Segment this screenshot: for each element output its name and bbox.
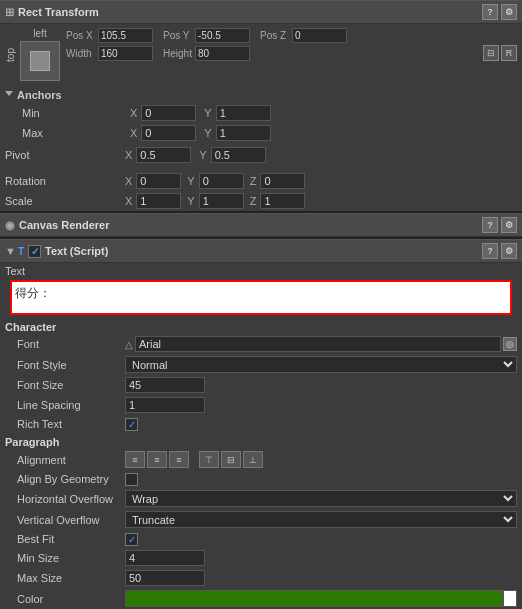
rt-r-btn[interactable]: R	[501, 45, 517, 61]
align-by-geometry-checkbox[interactable]	[125, 473, 138, 486]
v-overflow-row: Vertical Overflow Truncate	[0, 509, 522, 530]
color-alpha[interactable]	[503, 590, 517, 607]
font-icon: △	[125, 339, 133, 350]
scale-label: Scale	[5, 195, 125, 207]
rt-btn-group: ⊟ R	[483, 45, 517, 61]
scale-y-input[interactable]	[199, 193, 244, 209]
h-overflow-label: Horizontal Overflow	[5, 493, 125, 505]
anchors-header[interactable]: Anchors	[5, 87, 517, 103]
alignment-label: Alignment	[5, 454, 125, 466]
text-script-gear-btn[interactable]: ⚙	[501, 243, 517, 259]
rect-transform-panel: top left Pos X Pos Y P	[0, 24, 522, 211]
rich-text-checkbox[interactable]	[125, 418, 138, 431]
rot-x-label: X	[125, 175, 132, 187]
canvas-renderer-gear-btn[interactable]: ⚙	[501, 217, 517, 233]
line-spacing-input[interactable]	[125, 397, 205, 413]
v-overflow-label: Vertical Overflow	[5, 514, 125, 526]
anchors-max-x-label: X	[130, 127, 137, 139]
rot-y-input[interactable]	[199, 173, 244, 189]
anchors-min-x-input[interactable]	[141, 105, 196, 121]
rt-anchor-box[interactable]	[20, 41, 60, 81]
pivot-y-label: Y	[199, 149, 206, 161]
rot-x-input[interactable]	[136, 173, 181, 189]
width-group: Width	[66, 46, 153, 61]
text-script-section: ▼ T Text (Script) ? ⚙ Text 得分： Character…	[0, 237, 522, 609]
align-center-btn[interactable]: ≡	[147, 451, 167, 468]
anchors-min-label: Min	[10, 107, 130, 119]
scale-z-input[interactable]	[260, 193, 305, 209]
anchors-max-fields: X Y	[130, 125, 271, 141]
canvas-renderer-info-btn[interactable]: ?	[482, 217, 498, 233]
alignment-buttons: ≡ ≡ ≡ ⊤ ⊟ ⊥	[125, 451, 263, 468]
text-script-info-btn[interactable]: ?	[482, 243, 498, 259]
canvas-renderer-icon: ◉	[5, 219, 15, 232]
rotation-row: Rotation X Y Z	[0, 171, 522, 191]
line-spacing-label: Line Spacing	[5, 399, 125, 411]
text-script-header: ▼ T Text (Script) ? ⚙	[0, 239, 522, 263]
align-top-btn[interactable]: ⊤	[199, 451, 219, 468]
font-input[interactable]	[135, 336, 501, 352]
scale-x-input[interactable]	[136, 193, 181, 209]
rt-fields-area: Pos X Pos Y Pos Z Width	[66, 28, 517, 81]
scale-x-label: X	[125, 195, 132, 207]
canvas-renderer-section: ◉ Canvas Renderer ? ⚙	[0, 211, 522, 237]
text-content-box[interactable]: 得分：	[10, 280, 512, 315]
rich-text-label: Rich Text	[5, 418, 125, 430]
pivot-x-input[interactable]	[136, 147, 191, 163]
anchors-min-x-label: X	[130, 107, 137, 119]
min-size-input[interactable]	[125, 550, 205, 566]
pos-x-input[interactable]	[98, 28, 153, 43]
min-size-row: Min Size	[0, 548, 522, 568]
h-overflow-dropdown[interactable]: Wrap	[125, 490, 517, 507]
width-input[interactable]	[98, 46, 153, 61]
pos-z-input[interactable]	[292, 28, 347, 43]
anchors-max-row: Max X Y	[5, 123, 517, 143]
pos-x-label: Pos X	[66, 30, 96, 41]
height-group: Height	[163, 46, 250, 61]
rot-z-input[interactable]	[260, 173, 305, 189]
max-size-row: Max Size	[0, 568, 522, 588]
text-script-enable-checkbox[interactable]	[28, 245, 41, 258]
max-size-label: Max Size	[5, 572, 125, 584]
text-script-title: Text (Script)	[45, 245, 482, 257]
rect-transform-info-btn[interactable]: ?	[482, 4, 498, 20]
font-style-dropdown[interactable]: Normal	[125, 356, 517, 373]
font-circle-btn[interactable]: ◎	[503, 337, 517, 351]
anchors-min-y-input[interactable]	[216, 105, 271, 121]
text-script-toggle-arrow: ▼	[5, 245, 16, 257]
text-script-checkbox-icon[interactable]	[28, 245, 41, 258]
pos-z-group: Pos Z	[260, 28, 347, 43]
pos-y-label: Pos Y	[163, 30, 193, 41]
align-right-btn[interactable]: ≡	[169, 451, 189, 468]
pivot-x-label: X	[125, 149, 132, 161]
pos-y-group: Pos Y	[163, 28, 250, 43]
align-middle-btn[interactable]: ⊟	[221, 451, 241, 468]
paragraph-label: Paragraph	[0, 433, 522, 449]
rt-left-label: left	[33, 28, 46, 39]
rect-transform-icons: ? ⚙	[482, 4, 517, 20]
rt-blueprint-btn[interactable]: ⊟	[483, 45, 499, 61]
anchors-max-y-input[interactable]	[216, 125, 271, 141]
canvas-renderer-icons: ? ⚙	[482, 217, 517, 233]
anchors-min-row: Min X Y	[5, 103, 517, 123]
best-fit-checkbox[interactable]	[125, 533, 138, 546]
font-size-input[interactable]	[125, 377, 205, 393]
anchors-max-y-label: Y	[204, 127, 211, 139]
max-size-input[interactable]	[125, 570, 205, 586]
character-label: Character	[0, 318, 522, 334]
color-row: Color	[0, 588, 522, 609]
align-left-btn[interactable]: ≡	[125, 451, 145, 468]
anchors-max-x-input[interactable]	[141, 125, 196, 141]
height-label: Height	[163, 48, 193, 59]
pos-y-input[interactable]	[195, 28, 250, 43]
color-bar[interactable]	[125, 590, 503, 607]
align-bottom-btn[interactable]: ⊥	[243, 451, 263, 468]
rect-transform-gear-btn[interactable]: ⚙	[501, 4, 517, 20]
font-style-dropdown-group: Normal	[125, 356, 517, 373]
pivot-y-input[interactable]	[211, 147, 266, 163]
height-input[interactable]	[195, 46, 250, 61]
rt-top-label: top	[5, 48, 16, 62]
font-label: Font	[5, 338, 125, 350]
canvas-renderer-title: Canvas Renderer	[19, 219, 482, 231]
v-overflow-dropdown[interactable]: Truncate	[125, 511, 517, 528]
